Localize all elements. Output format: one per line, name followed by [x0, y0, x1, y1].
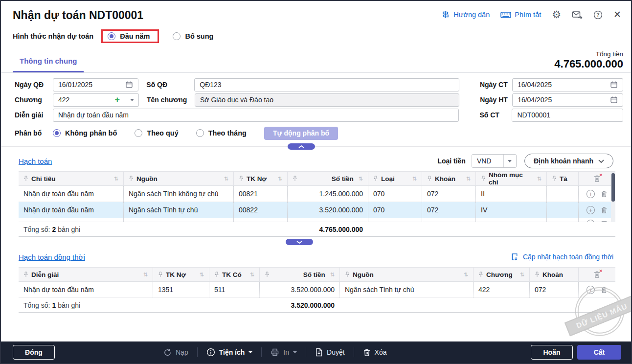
sort-icon[interactable]: ⇅	[330, 272, 335, 278]
ngay-ct-label: Ngày CT	[480, 81, 512, 89]
add-row-icon[interactable]: +	[587, 190, 595, 198]
sort-icon[interactable]: ⇅	[466, 176, 471, 182]
hach-toan-link[interactable]: Hạch toán	[19, 157, 52, 165]
sort-icon[interactable]: ⇅	[114, 176, 118, 182]
pin-icon[interactable]	[478, 272, 483, 277]
column-header-khoan[interactable]: Khoản	[529, 268, 578, 281]
delete-row-icon[interactable]	[601, 190, 608, 198]
approve-button[interactable]: Duyệt	[315, 348, 345, 357]
table-row[interactable]: Nhận dự toán đầu năm Ngân sách Tỉnh khôn…	[19, 186, 615, 202]
pin-icon[interactable]	[427, 176, 432, 182]
calendar-icon[interactable]	[125, 81, 133, 89]
delete-all-rows-icon[interactable]: ✕	[593, 271, 601, 278]
scrollbar-thumb[interactable]	[611, 173, 615, 202]
radio-theo-thang[interactable]: Theo tháng	[196, 129, 247, 137]
sort-icon[interactable]: ⇅	[412, 176, 417, 182]
delete-button[interactable]: Xóa	[363, 348, 387, 357]
pin-icon[interactable]	[481, 176, 486, 182]
mail-send-icon[interactable]	[572, 10, 583, 19]
hach-toan-dong-thoi-link[interactable]: Hạch toán đồng thời	[19, 253, 85, 261]
radio-dau-nam[interactable]: Đầu năm	[108, 32, 150, 40]
sort-icon[interactable]: ⇅	[200, 272, 204, 278]
reload-button[interactable]: Nạp	[163, 348, 188, 357]
pin-icon[interactable]	[23, 272, 28, 277]
tab-thong-tin-chung[interactable]: Thông tin chung	[13, 57, 84, 72]
chuong-input[interactable]: 422 +	[53, 93, 125, 107]
pin-icon[interactable]	[293, 176, 297, 182]
pin-icon[interactable]	[345, 272, 350, 277]
currency-select[interactable]: VND	[472, 154, 517, 168]
dien-giai-label: Diễn giải	[15, 111, 53, 119]
print-button[interactable]: In	[271, 348, 297, 357]
sort-icon[interactable]: ⇅	[537, 176, 542, 182]
sort-icon[interactable]: ⇅	[143, 272, 148, 278]
so-ct-input[interactable]: NDT00001	[512, 109, 623, 122]
add-row-icon[interactable]: +	[587, 286, 595, 294]
pin-icon[interactable]	[214, 272, 219, 277]
table-row-selected[interactable]: Nhận dự toán đầu năm Ngân sách Tỉnh tự c…	[19, 202, 615, 218]
add-plus-icon[interactable]: +	[114, 96, 120, 104]
column-header-nguon[interactable]: Nguồn⇅	[123, 172, 233, 185]
postpone-button[interactable]: Hoãn	[531, 345, 573, 360]
close-button[interactable]: Đóng	[13, 345, 55, 360]
delete-row-icon[interactable]	[601, 206, 608, 214]
guide-link[interactable]: Hướng dẫn	[441, 10, 490, 19]
collapse-form-button[interactable]	[288, 143, 315, 150]
column-header-khoan[interactable]: Khoản⇅	[422, 172, 475, 185]
utilities-button[interactable]: Tiện ích	[206, 348, 253, 357]
radio-bo-sung[interactable]: Bổ sung	[173, 32, 213, 40]
ngay-ct-input[interactable]: 16/04/2025	[512, 78, 623, 91]
column-header-ta[interactable]: Tà	[546, 172, 578, 185]
column-header-dien-giai[interactable]: Diễn giải⇅	[19, 268, 153, 281]
help-icon[interactable]: ?	[593, 10, 603, 20]
column-header-chi-tieu[interactable]: Chi tiêu⇅	[19, 172, 123, 185]
radio-theo-quy[interactable]: Theo quý	[135, 129, 178, 137]
pin-icon[interactable]	[239, 176, 244, 182]
save-button[interactable]: Cất	[577, 345, 621, 360]
record-count: Tổng số: 2 bản ghi	[19, 226, 287, 233]
pin-icon[interactable]	[158, 272, 163, 277]
delete-row-icon[interactable]	[601, 286, 608, 294]
collapse-table-button[interactable]	[286, 239, 313, 245]
column-header-tk-no[interactable]: TK Nợ⇅	[233, 172, 287, 185]
pin-icon[interactable]	[129, 176, 134, 182]
chuong-dropdown-button[interactable]	[125, 93, 139, 107]
calendar-icon[interactable]	[610, 96, 618, 104]
sort-icon[interactable]: ⇅	[224, 176, 228, 182]
ngay-ht-input[interactable]: 16/04/2025	[512, 93, 623, 107]
pin-icon[interactable]	[265, 272, 270, 277]
add-row-icon[interactable]: +	[587, 206, 595, 214]
column-header-tk-co[interactable]: TK Có⇅	[209, 268, 259, 281]
calendar-icon[interactable]	[610, 81, 618, 89]
dien-giai-input[interactable]: Nhận dự toán đầu năm	[53, 109, 459, 122]
column-header-loai[interactable]: Loại⇅	[368, 172, 422, 185]
delete-all-rows-icon[interactable]: ✕	[593, 175, 601, 182]
update-simultaneous-link[interactable]: Cập nhật hạch toán đồng thời	[511, 252, 613, 261]
column-header-nguon[interactable]: Nguồn⇅	[339, 268, 473, 281]
pin-icon[interactable]	[373, 176, 378, 182]
scrollbar-track[interactable]	[611, 172, 615, 222]
sort-icon[interactable]: ⇅	[250, 272, 254, 278]
ngay-qd-input[interactable]: 16/01/2025	[53, 78, 138, 91]
pin-icon[interactable]	[23, 176, 28, 182]
column-header-tk-no[interactable]: TK Nợ⇅	[153, 268, 209, 281]
selected-option-highlight: Đầu năm	[101, 29, 159, 43]
column-header-chuong[interactable]: Chương⇅	[473, 268, 529, 281]
sort-icon[interactable]: ⇅	[520, 272, 524, 278]
so-qd-input[interactable]: QĐ123	[194, 78, 459, 91]
column-header-so-tien[interactable]: Số tiền⇅	[259, 268, 339, 281]
column-header-so-tien[interactable]: Số tiền⇅	[287, 172, 368, 185]
sort-icon[interactable]: ⇅	[359, 176, 363, 182]
radio-khong-phan-bo[interactable]: Không phân bổ	[53, 129, 117, 137]
auto-allocate-button[interactable]: Tự động phân bổ	[264, 127, 338, 140]
column-header-nhom-muc-chi[interactable]: Nhóm mục chi⇅	[475, 172, 546, 185]
close-icon[interactable]: ✕	[613, 10, 621, 20]
sort-icon[interactable]: ⇅	[464, 272, 468, 278]
table-row[interactable]: Nhận dự toán đầu năm 1351 511 3.520.000.…	[19, 282, 615, 298]
settings-gear-icon[interactable]: ⚙	[552, 10, 561, 20]
pin-icon[interactable]	[535, 272, 540, 277]
sort-icon[interactable]: ⇅	[278, 176, 282, 182]
shortcut-link[interactable]: Phím tắt	[500, 10, 541, 19]
quick-entry-button[interactable]: Định khoản nhanh	[524, 154, 613, 168]
pin-icon[interactable]	[552, 176, 557, 182]
